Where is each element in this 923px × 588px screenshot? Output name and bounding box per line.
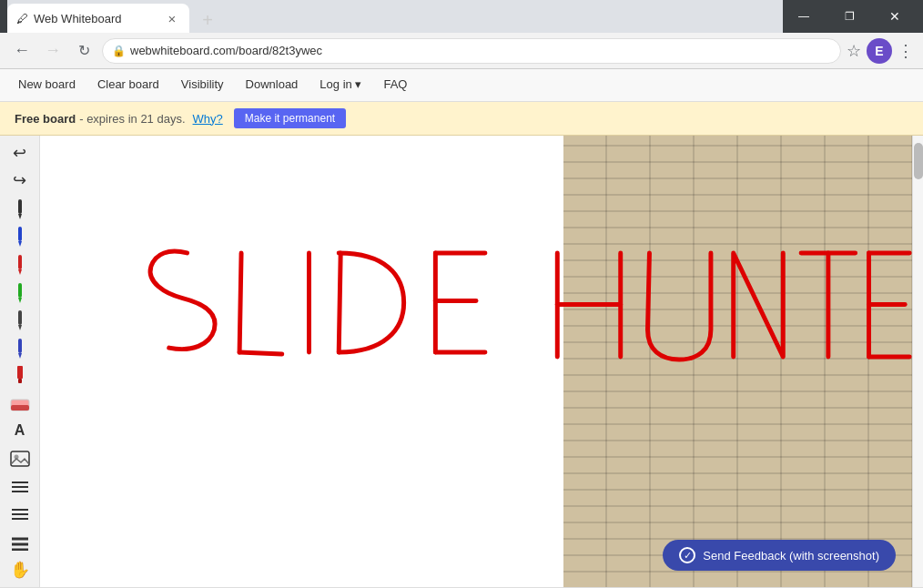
lines1-tool[interactable] — [4, 473, 36, 501]
pen-blue2-tool[interactable] — [4, 334, 36, 361]
pen-blue-tool[interactable] — [4, 223, 36, 250]
free-board-bold: Free board — [15, 112, 76, 126]
toolbar: ↩ ↪ A — [0, 136, 40, 587]
feedback-check-icon: ✓ — [679, 547, 695, 563]
tab-title: Web Whiteboard — [34, 12, 158, 25]
svg-marker-1 — [18, 214, 22, 219]
image-tool[interactable] — [4, 445, 36, 472]
redo-button[interactable]: ↪ — [4, 167, 36, 195]
forward-button[interactable]: → — [40, 38, 66, 64]
browser-menu-button[interactable]: ⋮ — [898, 41, 914, 61]
star-button[interactable]: ☆ — [847, 41, 861, 61]
whiteboard-drawing — [40, 136, 912, 587]
nav-new-board[interactable]: New board — [7, 72, 86, 98]
svg-rect-0 — [18, 199, 22, 214]
pen-black-tool[interactable] — [4, 195, 36, 222]
pen-green-tool[interactable] — [4, 279, 36, 306]
marker-tool[interactable] — [4, 362, 36, 390]
nav-download[interactable]: Download — [235, 72, 309, 98]
feedback-button[interactable]: ✓ Send Feedback (with screenshot) — [663, 540, 896, 571]
svg-rect-16 — [11, 451, 29, 466]
undo-button[interactable]: ↩ — [4, 139, 36, 167]
svg-rect-8 — [18, 310, 22, 325]
svg-rect-2 — [18, 227, 22, 241]
eraser-tool[interactable] — [4, 390, 36, 417]
why-link[interactable]: Why? — [193, 112, 223, 126]
minimize-button[interactable]: — — [783, 2, 825, 31]
nav-login[interactable]: Log in ▾ — [309, 72, 372, 98]
text-tool[interactable]: A — [4, 418, 36, 445]
lines3-tool[interactable] — [4, 529, 36, 556]
svg-marker-5 — [18, 269, 22, 275]
vertical-scrollbar[interactable] — [912, 136, 923, 587]
browser-tab[interactable]: 🖊 Web Whiteboard × — [7, 4, 189, 33]
nav-faq[interactable]: FAQ — [372, 72, 418, 98]
lock-icon: 🔒 — [112, 45, 126, 57]
svg-rect-10 — [18, 339, 22, 353]
app-navigation: New board Clear board Visibility Downloa… — [0, 69, 923, 102]
back-button[interactable]: ← — [9, 38, 35, 64]
tab-favicon: 🖊 — [16, 12, 28, 25]
user-avatar[interactable]: E — [867, 38, 892, 64]
feedback-label: Send Feedback (with screenshot) — [703, 549, 879, 563]
pan-tool[interactable]: ✋ — [4, 556, 36, 583]
svg-rect-4 — [18, 255, 22, 269]
free-board-banner: Free board - expires in 21 days. Why? Ma… — [0, 102, 923, 136]
svg-marker-3 — [18, 241, 22, 247]
pen-red-tool[interactable] — [4, 250, 36, 278]
svg-rect-6 — [18, 283, 22, 298]
svg-rect-12 — [17, 366, 23, 379]
tab-close-button[interactable]: × — [164, 10, 180, 26]
restore-button[interactable]: ❐ — [828, 2, 870, 31]
canvas-area[interactable]: ✓ Send Feedback (with screenshot) — [40, 136, 912, 587]
svg-rect-13 — [18, 379, 22, 383]
reload-button[interactable]: ↻ — [71, 38, 96, 64]
free-board-text: - expires in 21 days. — [79, 112, 185, 126]
address-bar[interactable]: 🔒 webwhiteboard.com/board/82t3ywec — [102, 38, 841, 64]
svg-marker-7 — [18, 298, 22, 303]
url-text: webwhiteboard.com/board/82t3ywec — [130, 44, 322, 57]
lines2-tool[interactable] — [4, 501, 36, 528]
make-permanent-button[interactable]: Make it permanent — [234, 108, 346, 128]
pen-dark-tool[interactable] — [4, 306, 36, 333]
nav-visibility[interactable]: Visibility — [170, 72, 235, 98]
svg-rect-15 — [11, 405, 29, 411]
svg-marker-9 — [18, 325, 22, 330]
svg-marker-11 — [18, 353, 22, 359]
close-button[interactable]: ✕ — [874, 2, 916, 31]
nav-clear-board[interactable]: Clear board — [86, 72, 170, 98]
new-tab-button[interactable]: + — [195, 7, 220, 33]
